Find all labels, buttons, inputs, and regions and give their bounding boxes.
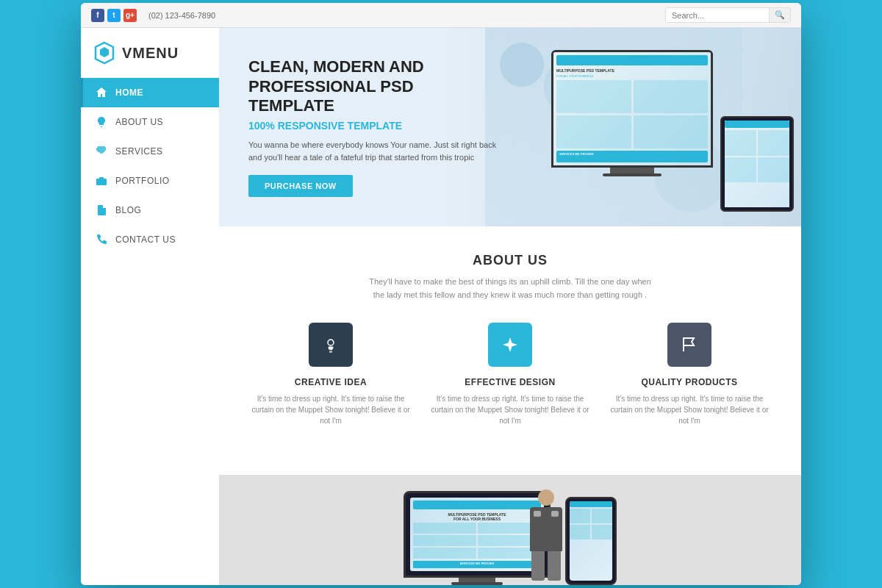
hero-tablet xyxy=(720,116,794,212)
sparkle-icon xyxy=(501,336,519,354)
quality-products-icon-wrap xyxy=(667,323,711,367)
creative-idea-icon-wrap xyxy=(309,323,353,367)
gear-icon xyxy=(95,145,108,158)
home-icon xyxy=(95,86,108,99)
phone-icon xyxy=(95,233,108,246)
about-description: They'll have to make the best of things … xyxy=(363,276,657,301)
feature-effective-design: EFFECTIVE DESIGN It's time to dress up r… xyxy=(428,323,592,426)
nav-item-blog[interactable]: BLOG xyxy=(81,196,219,225)
nav-item-portfolio[interactable]: PORTFOLIO xyxy=(81,166,219,196)
svg-marker-1 xyxy=(100,47,109,57)
effective-design-icon-wrap xyxy=(488,323,532,367)
file-icon xyxy=(95,204,108,217)
phone-number: (02) 123-456-7890 xyxy=(148,11,215,20)
effective-design-desc: It's time to dress up right. It's time t… xyxy=(428,393,592,426)
main-layout: VMENU HOME ABOUT US xyxy=(81,28,801,584)
nav-label-contact: CONTACT US xyxy=(115,234,176,245)
feature-quality-products: QUALITY PRODUCTS It's time to dress up r… xyxy=(607,323,772,426)
nav-label-home: HOME xyxy=(115,87,143,98)
creative-idea-desc: It's time to dress up right. It's time t… xyxy=(248,393,413,426)
hero-title: CLEAN, MODERN ANDPROFESSIONAL PSD TEMPLA… xyxy=(248,57,498,115)
hero-subtitle: 100% RESPONSIVE TEMPLATE xyxy=(248,120,498,132)
facebook-icon[interactable]: f xyxy=(91,9,104,22)
top-bar: f t g+ (02) 123-456-7890 🔍 xyxy=(81,3,801,28)
quality-products-desc: It's time to dress up right. It's time t… xyxy=(607,393,772,426)
nav-label-blog: BLOG xyxy=(115,205,141,215)
nav-label-about: ABOUT US xyxy=(115,117,163,127)
bulb-icon xyxy=(322,336,340,354)
bottom-phone xyxy=(565,497,617,585)
sidebar: VMENU HOME ABOUT US xyxy=(81,28,219,584)
purchase-now-button[interactable]: PURCHASE NOW xyxy=(248,175,353,197)
browser-window: f t g+ (02) 123-456-7890 🔍 VMENU xyxy=(81,3,801,584)
bottom-devices-section: MULTIPURPOSE PSD TEMPLATEFOR ALL YOUR BU… xyxy=(219,475,801,585)
features-grid: CREATIVE IDEA It's time to dress up righ… xyxy=(248,323,772,426)
search-bar[interactable]: 🔍 xyxy=(665,7,791,23)
lightbulb-icon xyxy=(95,115,108,129)
nav-item-services[interactable]: SERVICES xyxy=(81,137,219,166)
nav-item-home[interactable]: HOME xyxy=(81,78,219,107)
hero-section: CLEAN, MODERN ANDPROFESSIONAL PSD TEMPLA… xyxy=(219,28,801,226)
logo-text: VMENU xyxy=(122,45,179,62)
flag-icon xyxy=(681,336,698,354)
creative-idea-title: CREATIVE IDEA xyxy=(295,377,367,387)
nav-label-services: SERVICES xyxy=(115,146,162,157)
nav-item-contact[interactable]: CONTACT US xyxy=(81,225,219,254)
hero-description: You wanna be where everybody knows Your … xyxy=(248,139,498,163)
svg-rect-4 xyxy=(329,351,332,353)
about-title: ABOUT US xyxy=(248,253,772,268)
svg-rect-2 xyxy=(96,179,107,185)
hero-devices: MULTIPURPOSE PSD TEMPLATE FOR ALL YOUR B… xyxy=(544,35,794,219)
briefcase-icon xyxy=(95,174,108,187)
effective-design-title: EFFECTIVE DESIGN xyxy=(465,377,555,387)
about-section: ABOUT US They'll have to make the best o… xyxy=(219,226,801,474)
feature-creative-idea: CREATIVE IDEA It's time to dress up righ… xyxy=(248,323,413,426)
content-area: CLEAN, MODERN ANDPROFESSIONAL PSD TEMPLA… xyxy=(219,28,801,584)
hero-content: CLEAN, MODERN ANDPROFESSIONAL PSD TEMPLA… xyxy=(248,57,498,197)
google-plus-icon[interactable]: g+ xyxy=(123,9,137,22)
search-button[interactable]: 🔍 xyxy=(769,8,790,22)
nav-label-portfolio: PORTFOLIO xyxy=(115,176,170,186)
logo-area: VMENU xyxy=(81,28,219,78)
social-icons: f t g+ xyxy=(91,9,137,22)
logo-icon xyxy=(93,41,116,65)
person-silhouette xyxy=(520,490,572,585)
svg-point-3 xyxy=(328,340,334,345)
twitter-icon[interactable]: t xyxy=(107,9,121,22)
nav-menu: HOME ABOUT US SERVICES xyxy=(81,78,219,254)
top-bar-left: f t g+ (02) 123-456-7890 xyxy=(91,9,215,22)
nav-item-about[interactable]: ABOUT US xyxy=(81,107,219,137)
quality-products-title: QUALITY PRODUCTS xyxy=(641,377,737,387)
search-input[interactable] xyxy=(666,9,769,22)
hero-monitor: MULTIPURPOSE PSD TEMPLATE FOR ALL YOUR B… xyxy=(551,50,713,176)
